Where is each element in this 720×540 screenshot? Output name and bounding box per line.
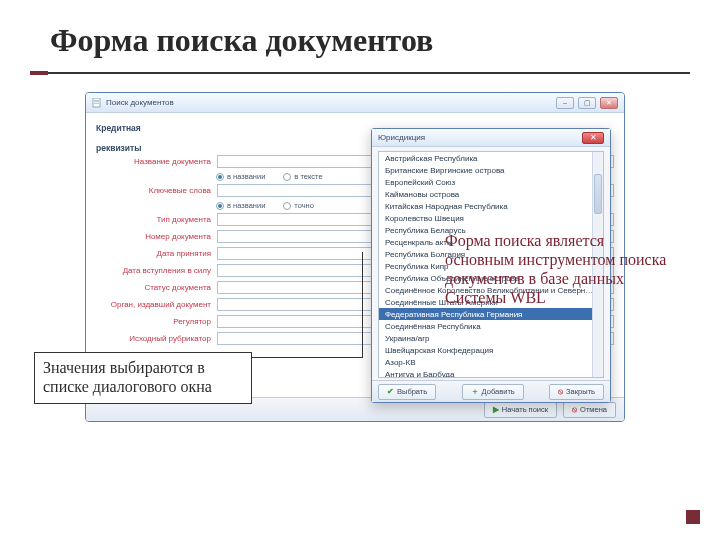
callout-pointer-v	[362, 252, 363, 358]
list-item[interactable]: Австрийская Республика	[379, 152, 603, 164]
dialog-add-button[interactable]: ＋Добавить	[462, 384, 524, 400]
list-item[interactable]: Антигуа и Барбуда	[379, 368, 603, 378]
radio-opt1b[interactable]: в названии	[216, 201, 265, 210]
label-date-force: Дата вступления в силу	[96, 266, 211, 275]
svg-rect-0	[93, 98, 100, 107]
start-search-button[interactable]: ▶Начать поиск	[484, 402, 557, 418]
svg-rect-2	[94, 101, 99, 102]
corner-accent	[686, 510, 700, 524]
label-doctype: Тип документа	[96, 215, 211, 224]
scrollbar-thumb[interactable]	[594, 174, 602, 214]
list-item[interactable]: Британские Виргинские острова	[379, 164, 603, 176]
radio-opt2[interactable]: в тексте	[283, 172, 322, 181]
label-keywords: Ключевые слова	[96, 186, 211, 195]
label-date-accept: Дата принятия	[96, 249, 211, 258]
maximize-button[interactable]: ▢	[578, 97, 596, 109]
search-icon: ▶	[493, 405, 499, 414]
list-item[interactable]: Соединённая Республика	[379, 320, 603, 332]
title-underline	[30, 72, 690, 74]
slide-title: Форма поиска документов	[50, 22, 433, 59]
list-item[interactable]: Швейцарская Конфедерация	[379, 344, 603, 356]
callout-right: Форма поиска является основным инструмен…	[445, 232, 677, 308]
radio-opt1[interactable]: в названии	[216, 172, 265, 181]
window-titlebar[interactable]: Поиск документов – ▢ ✕	[86, 93, 624, 113]
check-icon: ✔	[387, 387, 394, 396]
document-icon	[92, 98, 102, 108]
label-name: Название документа	[96, 157, 211, 166]
dialog-close-button-2[interactable]: ⦸Закрыть	[549, 384, 604, 400]
svg-rect-1	[94, 100, 99, 101]
title-accent	[30, 71, 48, 75]
list-item[interactable]: Европейский Союз	[379, 176, 603, 188]
plus-icon: ＋	[471, 387, 479, 397]
label-docnum: Номер документа	[96, 232, 211, 241]
radio-opt3[interactable]: точно	[283, 201, 314, 210]
label-organ: Орган, издавший документ	[96, 300, 211, 309]
dialog-bottom-bar: ✔Выбрать ＋Добавить ⦸Закрыть	[372, 380, 610, 402]
close-button[interactable]: ✕	[600, 97, 618, 109]
cancel-button[interactable]: ⦸Отмена	[563, 402, 616, 418]
minimize-button[interactable]: –	[556, 97, 574, 109]
list-item[interactable]: Королевство Швеция	[379, 212, 603, 224]
dialog-close-button[interactable]: ✕	[582, 132, 604, 144]
close-icon: ⦸	[572, 405, 577, 415]
close-icon: ⦸	[558, 387, 563, 397]
list-item[interactable]: Каймановы острова	[379, 188, 603, 200]
label-regulator: Регулятор	[96, 317, 211, 326]
dialog-title-text: Юрисдикция	[378, 133, 425, 142]
svg-rect-3	[94, 103, 99, 104]
label-status: Статус документа	[96, 283, 211, 292]
callout-left: Значения выбираются в списке диалогового…	[34, 352, 252, 404]
callout-pointer	[252, 357, 362, 358]
label-source: Исходный рубрикатор	[96, 334, 211, 343]
list-item[interactable]: Азор-КВ	[379, 356, 603, 368]
dialog-select-button[interactable]: ✔Выбрать	[378, 384, 436, 400]
list-item[interactable]: Федеративная Республика Германия	[379, 308, 603, 320]
list-item[interactable]: Китайская Народная Республика	[379, 200, 603, 212]
list-item[interactable]: Украина/агр	[379, 332, 603, 344]
dialog-titlebar[interactable]: Юрисдикция ✕	[372, 129, 610, 147]
window-title-text: Поиск документов	[106, 98, 174, 107]
